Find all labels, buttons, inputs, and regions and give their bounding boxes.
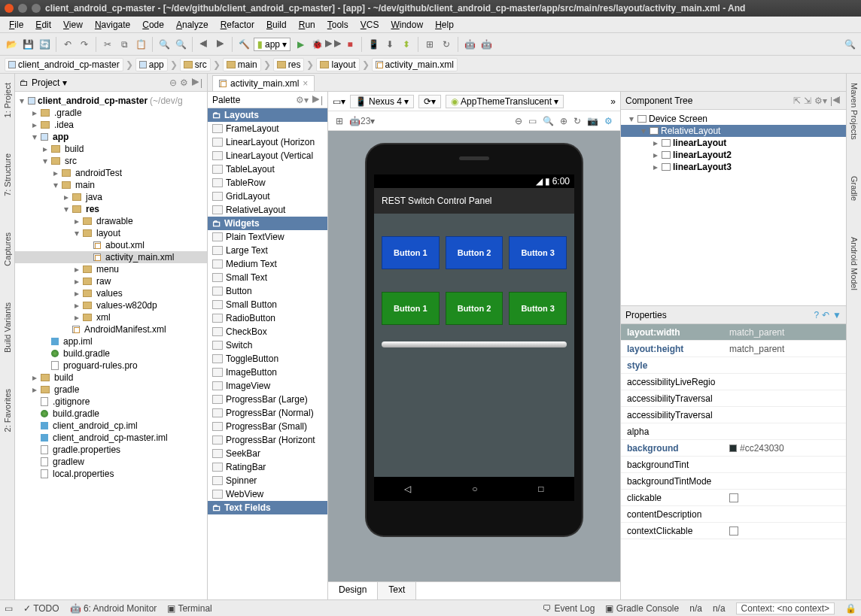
tree-item[interactable]: ▾ main [15,179,207,191]
replace-icon[interactable]: 🔍 [174,38,187,51]
property-row[interactable]: clickable [621,490,846,506]
breadcrumb-seg[interactable]: layout [316,58,359,71]
palette-item[interactable]: LinearLayout (Vertical [208,149,327,162]
settings-icon[interactable]: ⚙ [604,116,613,126]
tree-item[interactable]: client_android_cp-master.iml [15,432,207,444]
tree-item[interactable]: ▾ layout [15,227,207,239]
structure-icon[interactable]: ⊞ [423,38,437,51]
viewport-icon[interactable]: ▭▾ [333,96,345,107]
help-icon[interactable]: ? [814,310,819,320]
collapse-icon[interactable]: ⇲ [804,96,811,106]
editor-tab[interactable]: activity_main.xml × [212,75,315,91]
component-tree-item[interactable]: ▸ linearLayout [621,137,846,149]
window-close-icon[interactable] [5,4,14,13]
palette-item[interactable]: GridLayout [208,190,327,203]
theme-selector[interactable]: ◉ AppThemeTranslucent▾ [446,95,564,108]
palette-group[interactable]: 🗀 Widgets [208,217,327,230]
palette-item[interactable]: ProgressBar (Horizont [208,433,327,447]
filter-icon[interactable]: ▼ [832,310,841,320]
component-tree[interactable]: ▾ Device Screen▾ RelativeLayout▸ linearL… [621,110,846,305]
tree-item[interactable]: activity_main.xml [15,251,207,263]
property-row[interactable]: backgroundTintMode [621,473,846,490]
save-icon[interactable]: 💾 [21,38,35,51]
tree-item[interactable]: app.iml [15,335,207,347]
breadcrumb-seg[interactable]: client_android_cp-master [5,58,123,71]
tree-item[interactable]: ▸ .gradle [15,107,207,119]
sidetab[interactable]: 7: Structure [2,150,13,199]
api-selector[interactable]: 🤖23▾ [349,116,375,126]
android-monitor-tool[interactable]: 🤖 6: Android Monitor [70,603,157,614]
zoom-fit-icon[interactable]: ▭ [528,116,537,126]
canvas-stage[interactable]: ◢ ▮ 6:00 REST Switch Control Panel Butto… [328,131,620,581]
tab-design[interactable]: Design [328,582,378,599]
tree-item[interactable]: build.gradle [15,347,207,360]
sync-icon[interactable]: 🔄 [38,38,51,51]
property-row[interactable]: accessibilityLiveRegio [621,374,846,390]
tree-item[interactable]: build.gradle [15,408,207,420]
menu-vcs[interactable]: VCS [354,18,385,32]
android1-icon[interactable]: 🤖 [463,38,476,51]
palette-item[interactable]: WebView [208,487,327,501]
find-icon[interactable]: 🔍 [157,38,171,51]
palette-toggle-icon[interactable]: ⊞ [336,116,343,126]
tree-item[interactable]: gradlew [15,456,207,468]
tree-item[interactable]: gradle.properties [15,444,207,456]
menu-code[interactable]: Code [136,18,170,32]
copy-icon[interactable]: ⧉ [117,38,131,51]
tree-item[interactable]: ▸ gradle [15,384,207,396]
property-row[interactable]: background#cc243030 [621,440,846,457]
properties-list[interactable]: layout:widthmatch_parentlayout:heightmat… [621,324,846,599]
tree-root[interactable]: ▾ client_android_cp-master (~/dev/g [15,95,207,107]
expand-icon[interactable]: ⇱ [793,96,801,106]
breadcrumb-seg[interactable]: app [135,58,168,71]
component-tree-item[interactable]: ▾ RelativeLayout [621,125,846,137]
menu-build[interactable]: Build [260,18,293,32]
device-selector[interactable]: 📱 Nexus 4▾ [350,95,414,108]
component-tree-item[interactable]: ▸ linearLayout2 [621,149,846,161]
tree-item[interactable]: ▸ build [15,143,207,155]
paste-icon[interactable]: 📋 [134,38,148,51]
attach-icon[interactable]: ⯈⯈ [327,38,340,51]
tree-item[interactable]: client_android_cp.iml [15,420,207,432]
device-screen[interactable]: ◢ ▮ 6:00 REST Switch Control Panel Butto… [374,174,574,501]
property-row[interactable]: accessibilityTraversal [621,390,846,407]
palette-item[interactable]: RatingBar [208,460,327,474]
project-tree[interactable]: ▾ client_android_cp-master (~/dev/g▸ .gr… [15,92,207,599]
window-minimize-icon[interactable] [18,4,27,13]
property-row[interactable]: style [621,357,846,374]
zoom-in-icon[interactable]: ⊕ [560,116,567,126]
tree-item[interactable]: ▸ drawable [15,215,207,227]
sidetab[interactable]: Gradle [849,173,859,204]
palette-item[interactable]: Switch [208,338,327,352]
palette-item[interactable]: ProgressBar (Large) [208,393,327,406]
palette-item[interactable]: ImageButton [208,366,327,379]
property-row[interactable]: layout:widthmatch_parent [621,324,846,341]
lock-icon[interactable]: 🔒 [845,603,856,614]
palette-item[interactable]: Small Text [208,271,327,284]
zoom-out-icon[interactable]: ⊖ [515,116,522,126]
menu-tools[interactable]: Tools [321,18,354,32]
stop-icon[interactable]: ■ [343,38,357,51]
palette-item[interactable]: ToggleButton [208,352,327,366]
tree-item[interactable]: local.properties [15,468,207,480]
sidetab[interactable]: Build Variants [2,299,13,356]
menu-edit[interactable]: Edit [29,18,57,32]
terminal-tool[interactable]: ▣ Terminal [167,603,211,614]
property-row[interactable]: accessibilityTraversal [621,407,846,423]
palette-item[interactable]: Small Button [208,298,327,311]
chevron-down-icon[interactable]: ▾ [62,77,67,88]
more-icon[interactable]: » [610,96,616,107]
debug-icon[interactable]: 🐞 [310,38,324,51]
breadcrumb-seg[interactable]: res [273,58,305,71]
property-row[interactable]: backgroundTint [621,457,846,473]
preview-button[interactable]: Button 1 [382,236,440,269]
palette-item[interactable]: SeekBar [208,447,327,460]
zoom-actual-icon[interactable]: 🔍 [543,116,554,126]
menu-analyze[interactable]: Analyze [170,18,214,32]
sidetab[interactable]: 2: Favorites [2,386,13,435]
tree-item[interactable]: ▾ res [15,203,207,215]
revert-icon[interactable]: ↶ [822,310,829,320]
menu-window[interactable]: Window [385,18,429,32]
property-row[interactable]: contextClickable [621,523,846,539]
hide-icon[interactable]: ⯈| [191,77,202,88]
